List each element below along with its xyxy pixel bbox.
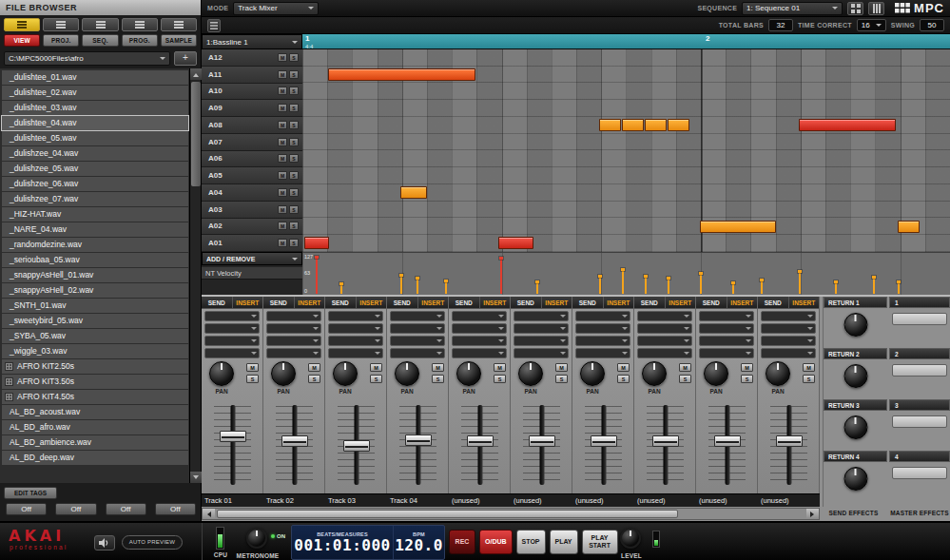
velocity-stem[interactable]	[668, 278, 669, 294]
preview-off-button-3[interactable]: Off	[106, 503, 146, 515]
send-slot-select[interactable]	[452, 311, 507, 321]
track-row[interactable]: A12 M S	[202, 49, 302, 67]
velocity-stem[interactable]	[761, 280, 763, 294]
track-row[interactable]: A08 M S	[202, 117, 302, 134]
send-tab[interactable]: SEND	[325, 297, 357, 309]
insert-tab[interactable]: INSERT	[789, 297, 820, 309]
file-list-item[interactable]: _NARE_04.wav	[2, 222, 188, 237]
track-row[interactable]: A07 M S	[202, 134, 302, 151]
send-tab[interactable]: SEND	[572, 297, 604, 309]
return-effect-select[interactable]	[892, 313, 947, 325]
send-slot-select[interactable]	[761, 336, 816, 346]
send-tab[interactable]: SEND	[758, 297, 789, 309]
channel-mute-button[interactable]: M	[555, 363, 568, 372]
sequencer-clip[interactable]	[645, 119, 667, 131]
pads-view-icon[interactable]	[847, 2, 863, 15]
metronome-knob[interactable]	[246, 528, 267, 549]
channel-solo-button[interactable]: S	[246, 375, 259, 383]
fader-handle[interactable]	[343, 440, 370, 452]
send-slot-select[interactable]	[699, 311, 754, 321]
insert-tab[interactable]: INSERT	[604, 297, 634, 309]
track-solo-button[interactable]: S	[289, 138, 299, 146]
track-solo-button[interactable]: S	[289, 188, 299, 197]
return-effect-select[interactable]	[892, 467, 947, 479]
send-slot-select[interactable]	[575, 336, 630, 346]
send-slot-select[interactable]	[328, 311, 383, 321]
send-slot-select[interactable]	[637, 311, 692, 321]
pan-knob[interactable]	[642, 361, 667, 386]
track-solo-button[interactable]: S	[289, 171, 299, 180]
send-slot-select[interactable]	[204, 336, 260, 346]
velocity-stem[interactable]	[835, 281, 837, 294]
send-tab[interactable]: SEND	[634, 297, 666, 309]
send-tab[interactable]: SEND	[696, 297, 727, 309]
velocity-stem[interactable]	[500, 258, 502, 294]
stop-button[interactable]: STOP	[516, 530, 546, 554]
velocity-stem[interactable]	[873, 277, 875, 294]
velocity-stem[interactable]	[622, 269, 624, 294]
send-slot-select[interactable]	[575, 323, 630, 334]
path-select[interactable]: C:\MPC5000Files\afro	[4, 51, 170, 66]
velocity-stem[interactable]	[898, 281, 900, 294]
volume-fader[interactable]	[325, 403, 387, 487]
pan-knob[interactable]	[456, 361, 481, 386]
track-row[interactable]: A11 M S	[202, 67, 302, 84]
file-list-item[interactable]: _snappyAsHell_01.wav	[2, 268, 188, 282]
browser-tab-3[interactable]	[82, 18, 118, 31]
velocity-parameter[interactable]: NT Velocity	[202, 267, 302, 280]
fader-handle[interactable]	[405, 434, 432, 446]
insert-tab[interactable]: INSERT	[357, 297, 387, 309]
send-slot-select[interactable]	[761, 311, 816, 321]
velocity-stem[interactable]	[700, 273, 702, 294]
send-slot-select[interactable]	[699, 336, 754, 346]
track-row[interactable]: A01 M S	[202, 235, 302, 252]
sequencer-clip[interactable]	[799, 119, 896, 131]
file-list-item[interactable]: _dulishzee_05.wav	[2, 162, 188, 176]
track-solo-button[interactable]: S	[289, 53, 299, 62]
channel-mute-button[interactable]: M	[803, 363, 815, 372]
volume-fader[interactable]	[572, 403, 634, 487]
file-list-item[interactable]: AL_BD_deep.wav	[2, 451, 188, 465]
file-list-item[interactable]: _SYBA_05.wav	[2, 329, 188, 343]
pan-knob[interactable]	[271, 361, 296, 386]
fader-handle[interactable]	[281, 435, 308, 447]
channel-solo-button[interactable]: S	[617, 375, 630, 383]
file-list-item[interactable]: AFRO KIT4.50s	[2, 390, 188, 404]
track-mute-button[interactable]: M	[278, 154, 287, 163]
channel-solo-button[interactable]: S	[803, 375, 815, 383]
file-list-item[interactable]: AL_BD_afro.wav	[2, 420, 188, 434]
volume-fader[interactable]	[634, 403, 696, 487]
fader-handle[interactable]	[220, 431, 246, 442]
channel-solo-button[interactable]: S	[432, 375, 444, 383]
scrollbar-thumb[interactable]	[217, 510, 678, 518]
fader-handle[interactable]	[652, 435, 679, 447]
preview-off-button-4[interactable]: Off	[155, 503, 196, 515]
sequencer-clip[interactable]	[400, 186, 427, 199]
send-slot-select[interactable]	[699, 348, 754, 358]
track-mute-button[interactable]: M	[278, 70, 287, 79]
file-list-item[interactable]: _dulishzee_07.wav	[2, 192, 188, 206]
send-slot-select[interactable]	[266, 336, 321, 346]
volume-fader[interactable]	[449, 403, 511, 487]
filter-view[interactable]: VIEW	[4, 34, 40, 47]
mixer-view-icon[interactable]	[868, 2, 884, 15]
track-solo-button[interactable]: S	[289, 104, 299, 112]
send-slot-select[interactable]	[328, 323, 383, 334]
file-list-item[interactable]: AL_BD_acoust.wav	[2, 405, 188, 419]
send-slot-select[interactable]	[266, 348, 321, 358]
fader-handle[interactable]	[591, 435, 617, 447]
track-row[interactable]: A10 M S	[202, 84, 302, 101]
pan-knob[interactable]	[395, 361, 419, 386]
browser-tab-4[interactable]	[122, 18, 158, 31]
track-row[interactable]: A06 M S	[202, 151, 302, 168]
track-solo-button[interactable]: S	[289, 70, 299, 79]
play-button[interactable]: PLAY	[550, 530, 578, 554]
scroll-left-button[interactable]	[203, 509, 215, 519]
sequencer-clip[interactable]	[622, 119, 644, 131]
channel-solo-button[interactable]: S	[494, 375, 506, 383]
file-list-item[interactable]: _dulishtee_04.wav	[2, 116, 188, 130]
send-slot-select[interactable]	[637, 348, 692, 358]
send-slot-select[interactable]	[575, 311, 630, 321]
list-view-icon[interactable]	[207, 19, 221, 32]
channel-mute-button[interactable]: M	[617, 363, 630, 372]
